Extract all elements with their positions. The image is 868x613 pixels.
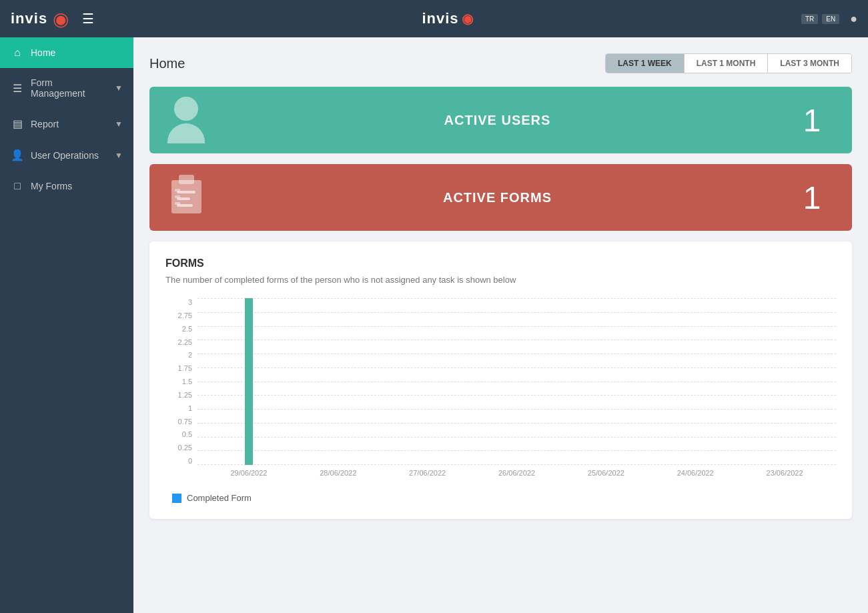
y-label-2: 2: [188, 351, 192, 359]
sidebar-item-home-label: Home: [31, 47, 123, 58]
topbar: invis◉ ☰ invis◉ TR EN ●: [0, 0, 868, 37]
clipboard-icon: [168, 172, 205, 223]
chart-bars: [197, 298, 836, 465]
bar-group-2: [383, 298, 472, 465]
forms-section-title: FORMS: [165, 257, 836, 269]
center-logo: invis◉: [422, 10, 473, 27]
y-label-225: 2.25: [178, 338, 192, 346]
forms-section-subtitle: The number of completed forms of the per…: [165, 275, 836, 285]
svg-rect-6: [175, 195, 180, 198]
active-forms-label: ACTIVE FORMS: [223, 190, 772, 205]
legend-label: Completed Form: [187, 493, 252, 503]
y-label-25: 2.5: [182, 325, 192, 333]
user-silhouette-icon: [166, 97, 206, 143]
bar-group-0: [204, 298, 294, 465]
bar-group-6: [740, 298, 829, 465]
logo-area: invis◉: [11, 8, 69, 30]
layout: ⌂ Home ☰ Form Management ▼ ▤ Report ▼ 👤 …: [0, 37, 868, 613]
chart-x-labels: 29/06/2022 28/06/2022 27/06/2022 26/06/2…: [197, 465, 836, 485]
y-label-025: 0.25: [178, 444, 192, 452]
active-users-label: ACTIVE USERS: [223, 113, 772, 128]
logo-dot: ◉: [53, 8, 69, 30]
svg-rect-5: [175, 189, 180, 191]
bar-group-4: [561, 298, 650, 465]
topbar-center: invis◉: [94, 10, 801, 27]
sidebar-item-user-operations-label: User Operations: [31, 150, 108, 161]
home-icon: ⌂: [11, 47, 24, 59]
svg-rect-7: [175, 202, 180, 205]
x-label-1: 28/06/2022: [294, 465, 383, 485]
y-label-275: 2.75: [178, 312, 192, 320]
active-users-value: 1: [772, 102, 852, 139]
x-label-4: 25/06/2022: [561, 465, 650, 485]
time-filter-last-1-week[interactable]: LAST 1 WEEK: [606, 54, 685, 73]
svg-rect-1: [179, 175, 194, 184]
center-logo-text: invis: [422, 10, 458, 27]
time-filters: LAST 1 WEEK LAST 1 MONTH LAST 3 MONTH: [605, 53, 852, 73]
hamburger-icon[interactable]: ☰: [82, 11, 94, 27]
logo-text: invis: [11, 10, 47, 27]
active-forms-card: ACTIVE FORMS 1: [149, 164, 852, 231]
page-header: Home LAST 1 WEEK LAST 1 MONTH LAST 3 MON…: [149, 53, 852, 73]
form-management-icon: ☰: [11, 82, 24, 95]
y-label-1: 1: [188, 404, 192, 412]
user-head: [174, 97, 198, 121]
user-operations-arrow-icon: ▼: [115, 151, 123, 160]
language-flags: TR EN: [801, 14, 839, 24]
forms-section: FORMS The number of completed forms of t…: [149, 241, 852, 519]
y-label-0: 0: [188, 457, 192, 465]
report-icon: ▤: [11, 117, 24, 130]
report-arrow-icon: ▼: [115, 119, 123, 129]
sidebar: ⌂ Home ☰ Form Management ▼ ▤ Report ▼ 👤 …: [0, 37, 133, 613]
sidebar-item-my-forms[interactable]: □ My Forms: [0, 171, 133, 201]
topbar-right: TR EN ●: [801, 12, 857, 26]
my-forms-icon: □: [11, 180, 24, 192]
x-label-6: 23/06/2022: [740, 465, 829, 485]
time-filter-last-3-month[interactable]: LAST 3 MONTH: [768, 54, 851, 73]
user-operations-icon: 👤: [11, 149, 24, 161]
y-label-125: 1.25: [178, 391, 192, 399]
x-label-0: 29/06/2022: [204, 465, 294, 485]
flag-tr-button[interactable]: TR: [801, 14, 818, 24]
chart-legend: Completed Form: [165, 493, 836, 503]
sidebar-item-home[interactable]: ⌂ Home: [0, 37, 133, 68]
time-filter-last-1-month[interactable]: LAST 1 MONTH: [685, 54, 769, 73]
form-management-arrow-icon: ▼: [115, 83, 123, 93]
bar-group-3: [472, 298, 562, 465]
flag-en-button[interactable]: EN: [822, 14, 839, 24]
bar-group-1: [294, 298, 383, 465]
sidebar-item-form-management[interactable]: ☰ Form Management ▼: [0, 68, 133, 108]
chart-y-axis: 0 0.25 0.5 0.75 1 1.25 1.5 1.75 2 2.25 2…: [165, 298, 197, 485]
chart-wrapper: 0 0.25 0.5 0.75 1 1.25 1.5 1.75 2 2.25 2…: [165, 298, 836, 485]
active-forms-value: 1: [772, 179, 852, 216]
sidebar-item-user-operations[interactable]: 👤 User Operations ▼: [0, 139, 133, 171]
active-users-icon: [149, 87, 223, 153]
page-title: Home: [149, 56, 185, 71]
center-logo-dot: ◉: [462, 11, 474, 27]
bar-group-5: [650, 298, 740, 465]
chart-plot: 29/06/2022 28/06/2022 27/06/2022 26/06/2…: [197, 298, 836, 485]
sidebar-item-report-label: Report: [31, 119, 108, 129]
active-forms-icon: [149, 164, 223, 231]
user-profile-icon[interactable]: ●: [850, 12, 857, 26]
y-label-05: 0.5: [182, 430, 192, 438]
x-label-5: 24/06/2022: [650, 465, 740, 485]
y-label-075: 0.75: [178, 418, 192, 426]
bar-0: [245, 298, 253, 465]
sidebar-item-my-forms-label: My Forms: [31, 181, 123, 191]
active-users-card: ACTIVE USERS 1: [149, 87, 852, 153]
legend-dot: [172, 494, 181, 503]
sidebar-item-report[interactable]: ▤ Report ▼: [0, 108, 133, 139]
y-label-15: 1.5: [182, 378, 192, 386]
user-body: [167, 123, 205, 143]
x-label-2: 27/06/2022: [383, 465, 472, 485]
main-content: Home LAST 1 WEEK LAST 1 MONTH LAST 3 MON…: [133, 37, 868, 613]
x-label-3: 26/06/2022: [472, 465, 562, 485]
sidebar-item-form-management-label: Form Management: [31, 77, 108, 99]
y-label-3: 3: [188, 298, 192, 306]
y-label-175: 1.75: [178, 364, 192, 372]
